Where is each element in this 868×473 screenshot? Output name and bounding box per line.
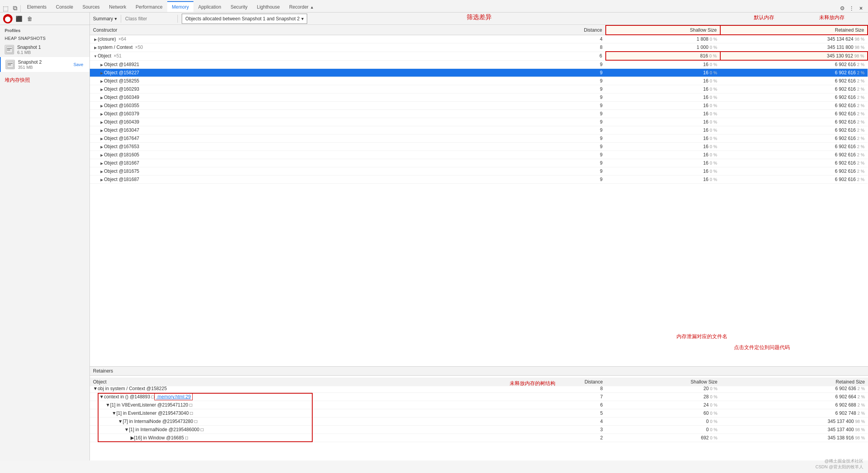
row-shallow: 16 0 % — [606, 85, 720, 93]
row-name: Object — [98, 53, 111, 59]
tree-toggle[interactable] — [99, 70, 104, 75]
close-icon[interactable]: × — [857, 4, 865, 12]
tree-toggle[interactable] — [99, 78, 104, 84]
row-name: Object @160379 — [104, 111, 139, 116]
row-distance: 4 — [540, 35, 606, 43]
table-row[interactable]: Object @167653916 0 %6 902 616 2 % — [90, 143, 868, 151]
tree-toggle[interactable] — [99, 144, 104, 149]
tree-toggle[interactable] — [93, 53, 98, 59]
tab-console[interactable]: Console — [51, 1, 78, 12]
tab-application[interactable]: Application — [193, 1, 226, 12]
table-row[interactable]: Object×516816 0 %345 130 912 98 % — [90, 52, 868, 60]
snapshot-compare-selector[interactable]: Objects allocated between Snapshot 1 and… — [182, 14, 307, 24]
tree-toggle[interactable] — [99, 160, 104, 166]
row-shallow: 16 0 % — [606, 159, 720, 167]
table-row[interactable]: Object @160293916 0 %6 902 616 2 % — [90, 85, 868, 93]
tree-toggle[interactable] — [99, 119, 104, 125]
tree-toggle[interactable] — [93, 45, 98, 50]
row-shallow: 16 0 % — [606, 93, 720, 102]
table-row[interactable]: Object @181667916 0 %6 902 616 2 % — [90, 159, 868, 167]
row-retained: 6 902 616 2 % — [720, 110, 868, 118]
clear-button[interactable]: 🗑 — [25, 14, 34, 23]
table-row[interactable]: system / Context×5081 000 0 %345 131 800… — [90, 43, 868, 52]
retainer-shallow: 692 0 % — [606, 434, 720, 442]
tab-recorder[interactable]: Recorder ▲ — [285, 1, 319, 12]
tab-elements[interactable]: Elements — [22, 1, 51, 12]
inspect-icon[interactable]: ⬚ — [2, 4, 9, 12]
objects-table-container[interactable]: Constructor Distance Shallow Size Retain… — [90, 25, 868, 367]
table-row[interactable]: Object @160379916 0 %6 902 616 2 % — [90, 110, 868, 118]
row-shallow: 16 0 % — [606, 69, 720, 77]
row-distance: 9 — [540, 93, 606, 102]
tree-toggle[interactable] — [99, 95, 104, 100]
tree-toggle[interactable] — [99, 136, 104, 141]
tree-toggle[interactable] — [99, 111, 104, 116]
row-name: Object @148921 — [104, 62, 139, 67]
retainer-shallow: 28 0 % — [606, 393, 720, 401]
table-row[interactable]: Object @167647916 0 %6 902 616 2 % — [90, 134, 868, 143]
table-row[interactable]: (closure)×6441 808 0 %345 134 624 98 % — [90, 35, 868, 43]
tree-toggle[interactable] — [99, 127, 104, 133]
device-icon[interactable]: ⧉ — [11, 4, 19, 12]
tab-security[interactable]: Security — [226, 1, 252, 12]
tree-toggle[interactable] — [99, 62, 104, 67]
snapshot2-name: Snapshot 2 — [18, 59, 69, 65]
summary-dropdown-icon: ▾ — [115, 16, 117, 22]
table-row[interactable]: Object @160355916 0 %6 902 616 2 % — [90, 102, 868, 110]
stop-button[interactable]: ⬛ — [14, 14, 23, 23]
tree-toggle[interactable] — [99, 177, 104, 182]
tab-network[interactable]: Network — [104, 1, 131, 12]
heap-label: 堆内存快照 — [0, 72, 89, 84]
retainer-object-cell: ▼[1] in V8EventListener @2195471120 □ — [90, 401, 540, 409]
devtools-tabs: ⬚ ⧉ Elements Console Sources Network Per… — [0, 0, 868, 13]
retainer-row: ▼context in () @148893 □ memory.html:297… — [90, 393, 868, 401]
table-row[interactable]: Object @181605916 0 %6 902 616 2 % — [90, 151, 868, 159]
tab-sources[interactable]: Sources — [78, 1, 104, 12]
table-row[interactable]: Object @163047916 0 %6 902 616 2 % — [90, 126, 868, 134]
row-name: Object @181687 — [104, 177, 139, 182]
retainers-table: Object Distance Shallow Size Retained Si… — [90, 376, 868, 442]
snapshot2-icon — [5, 60, 15, 69]
row-retained: 6 902 616 2 % — [720, 77, 868, 85]
row-name: Object @160293 — [104, 86, 139, 92]
more-icon[interactable]: ⋮ — [848, 4, 855, 12]
row-retained: 345 134 624 98 % — [720, 35, 868, 43]
tree-toggle[interactable] — [99, 168, 104, 174]
summary-select[interactable]: Summary ▾ — [90, 13, 120, 24]
table-row[interactable]: Object @160349916 0 %6 902 616 2 % — [90, 93, 868, 102]
sidebar-actions: ⬤ ⬛ 🗑 — [0, 13, 89, 25]
snapshot2-item[interactable]: Snapshot 2 351 MB Save — [0, 57, 89, 72]
tree-toggle[interactable] — [99, 86, 104, 92]
row-retained: 6 902 616 2 % — [720, 151, 868, 159]
tab-memory[interactable]: Memory — [167, 1, 193, 12]
row-retained: 6 902 616 2 % — [720, 93, 868, 102]
class-filter-input[interactable] — [122, 14, 177, 24]
memory-file-link[interactable]: memory.html:29 — [154, 393, 193, 400]
table-row[interactable]: Object @158255916 0 %6 902 616 2 % — [90, 77, 868, 85]
sidebar: ⬤ ⬛ 🗑 Profiles HEAP SNAPSHOTS Snapshot 1… — [0, 13, 90, 460]
settings-icon[interactable]: ⚙ — [838, 4, 846, 12]
table-row[interactable]: Object @181687916 0 %6 902 616 2 % — [90, 176, 868, 184]
table-row[interactable]: Object @181675916 0 %6 902 616 2 % — [90, 167, 868, 176]
record-button[interactable]: ⬤ — [3, 14, 13, 23]
row-distance: 9 — [540, 143, 606, 151]
row-distance: 9 — [540, 151, 606, 159]
tree-toggle[interactable] — [99, 152, 104, 158]
snapshot1-item[interactable]: Snapshot 1 6.1 MB — [0, 42, 89, 57]
tab-lighthouse[interactable]: Lighthouse — [252, 1, 285, 12]
row-name: Object @181667 — [104, 160, 139, 166]
tree-toggle[interactable] — [99, 103, 104, 108]
save-snapshot-button[interactable]: Save — [72, 61, 85, 68]
row-distance: 9 — [540, 126, 606, 134]
header-distance: Distance — [540, 25, 606, 35]
retainer-object-cell: ▼[7] in InternalNode @2195473280 □ — [90, 417, 540, 426]
table-row[interactable]: Object @158227916 0 %6 902 616 2 % — [90, 69, 868, 77]
table-row[interactable]: Object @148921916 0 %6 902 616 2 % — [90, 60, 868, 69]
tree-toggle[interactable] — [93, 36, 98, 42]
heap-snapshots-title: HEAP SNAPSHOTS — [0, 34, 89, 42]
row-shallow: 16 0 % — [606, 60, 720, 69]
row-count: ×64 — [118, 36, 126, 42]
retainer-distance: 5 — [540, 409, 606, 417]
table-row[interactable]: Object @160439916 0 %6 902 616 2 % — [90, 118, 868, 126]
tab-performance[interactable]: Performance — [131, 1, 167, 12]
